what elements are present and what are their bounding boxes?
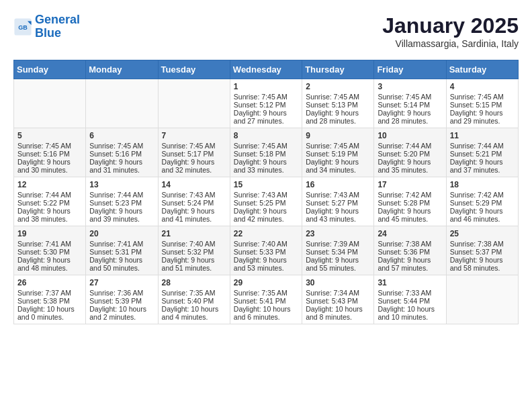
day-info-line: Sunset: 5:36 PM bbox=[378, 248, 442, 256]
logo-general: General bbox=[35, 13, 80, 26]
day-info-line: Sunrise: 7:39 AM bbox=[306, 240, 370, 248]
day-info-line: Sunrise: 7:45 AM bbox=[306, 93, 370, 101]
calendar-day-cell: 19Sunrise: 7:41 AMSunset: 5:30 PMDayligh… bbox=[14, 226, 86, 275]
day-info-line: Sunrise: 7:37 AM bbox=[17, 289, 82, 297]
day-number: 7 bbox=[162, 131, 226, 140]
day-number: 11 bbox=[450, 131, 515, 140]
day-info-line: Sunrise: 7:45 AM bbox=[89, 142, 154, 150]
empty-cell bbox=[86, 79, 158, 128]
day-number: 20 bbox=[89, 229, 154, 238]
title-block: January 2025 Villamassargia, Sardinia, I… bbox=[382, 13, 519, 49]
day-info-line: Daylight: 9 hours and 38 minutes. bbox=[17, 207, 82, 223]
day-info-line: Sunset: 5:14 PM bbox=[378, 101, 442, 109]
calendar-week-row: 12Sunrise: 7:44 AMSunset: 5:22 PMDayligh… bbox=[14, 177, 519, 226]
day-number: 4 bbox=[450, 82, 515, 91]
day-info-line: Sunrise: 7:45 AM bbox=[378, 93, 442, 101]
calendar-day-cell: 8Sunrise: 7:45 AMSunset: 5:18 PMDaylight… bbox=[230, 128, 302, 177]
calendar-day-cell: 29Sunrise: 7:35 AMSunset: 5:41 PMDayligh… bbox=[230, 275, 302, 324]
calendar-day-cell: 18Sunrise: 7:42 AMSunset: 5:29 PMDayligh… bbox=[446, 177, 518, 226]
calendar-day-cell: 12Sunrise: 7:44 AMSunset: 5:22 PMDayligh… bbox=[14, 177, 86, 226]
day-info-line: Sunrise: 7:33 AM bbox=[378, 289, 442, 297]
day-number: 12 bbox=[17, 180, 82, 189]
calendar-day-cell: 6Sunrise: 7:45 AMSunset: 5:16 PMDaylight… bbox=[86, 128, 158, 177]
svg-text:GB: GB bbox=[18, 24, 28, 31]
day-info-line: Sunrise: 7:38 AM bbox=[450, 240, 515, 248]
day-info-line: Sunset: 5:13 PM bbox=[306, 101, 370, 109]
day-info-line: Sunset: 5:24 PM bbox=[162, 199, 226, 207]
calendar-table: SundayMondayTuesdayWednesdayThursdayFrid… bbox=[13, 60, 519, 324]
day-info-line: Sunrise: 7:40 AM bbox=[162, 240, 226, 248]
day-number: 29 bbox=[234, 278, 298, 287]
weekday-header: Tuesday bbox=[158, 60, 230, 79]
day-info-line: Sunrise: 7:44 AM bbox=[89, 191, 154, 199]
day-info-line: Daylight: 9 hours and 48 minutes. bbox=[17, 256, 82, 272]
location-subtitle: Villamassargia, Sardinia, Italy bbox=[382, 38, 519, 49]
day-info-line: Sunrise: 7:45 AM bbox=[162, 142, 226, 150]
day-info-line: Daylight: 10 hours and 4 minutes. bbox=[162, 305, 226, 321]
calendar-week-row: 5Sunrise: 7:45 AMSunset: 5:16 PMDaylight… bbox=[14, 128, 519, 177]
day-info-line: Daylight: 9 hours and 37 minutes. bbox=[450, 158, 515, 174]
day-number: 27 bbox=[89, 278, 154, 287]
day-info-line: Daylight: 9 hours and 31 minutes. bbox=[89, 158, 154, 174]
calendar-week-row: 1Sunrise: 7:45 AMSunset: 5:12 PMDaylight… bbox=[14, 79, 519, 128]
weekday-header: Sunday bbox=[14, 60, 86, 79]
calendar-week-row: 19Sunrise: 7:41 AMSunset: 5:30 PMDayligh… bbox=[14, 226, 519, 275]
day-info-line: Sunset: 5:39 PM bbox=[89, 297, 154, 305]
day-info-line: Daylight: 10 hours and 6 minutes. bbox=[234, 305, 298, 321]
day-info-line: Daylight: 10 hours and 10 minutes. bbox=[378, 305, 442, 321]
calendar-day-cell: 7Sunrise: 7:45 AMSunset: 5:17 PMDaylight… bbox=[158, 128, 230, 177]
day-number: 17 bbox=[378, 180, 442, 189]
calendar-day-cell: 23Sunrise: 7:39 AMSunset: 5:34 PMDayligh… bbox=[302, 226, 374, 275]
day-number: 19 bbox=[17, 229, 82, 238]
calendar-day-cell: 21Sunrise: 7:40 AMSunset: 5:32 PMDayligh… bbox=[158, 226, 230, 275]
day-info-line: Sunset: 5:38 PM bbox=[17, 297, 82, 305]
calendar-day-cell: 26Sunrise: 7:37 AMSunset: 5:38 PMDayligh… bbox=[14, 275, 86, 324]
day-info-line: Sunset: 5:33 PM bbox=[234, 248, 298, 256]
day-number: 5 bbox=[17, 131, 82, 140]
day-info-line: Sunset: 5:20 PM bbox=[378, 150, 442, 158]
day-info-line: Daylight: 9 hours and 28 minutes. bbox=[306, 109, 370, 125]
day-info-line: Sunrise: 7:42 AM bbox=[450, 191, 515, 199]
calendar-day-cell: 5Sunrise: 7:45 AMSunset: 5:16 PMDaylight… bbox=[14, 128, 86, 177]
day-info-line: Sunrise: 7:36 AM bbox=[89, 289, 154, 297]
day-info-line: Daylight: 9 hours and 42 minutes. bbox=[234, 207, 298, 223]
day-number: 18 bbox=[450, 180, 515, 189]
calendar-day-cell: 1Sunrise: 7:45 AMSunset: 5:12 PMDaylight… bbox=[230, 79, 302, 128]
day-info-line: Sunrise: 7:45 AM bbox=[234, 93, 298, 101]
logo: GB General Blue bbox=[13, 13, 80, 40]
calendar-day-cell: 27Sunrise: 7:36 AMSunset: 5:39 PMDayligh… bbox=[86, 275, 158, 324]
day-info-line: Sunrise: 7:44 AM bbox=[17, 191, 82, 199]
day-info-line: Daylight: 9 hours and 34 minutes. bbox=[306, 158, 370, 174]
day-info-line: Sunset: 5:19 PM bbox=[306, 150, 370, 158]
day-number: 9 bbox=[306, 131, 370, 140]
calendar-day-cell: 25Sunrise: 7:38 AMSunset: 5:37 PMDayligh… bbox=[446, 226, 518, 275]
day-info-line: Daylight: 10 hours and 2 minutes. bbox=[89, 305, 154, 321]
calendar-day-cell: 11Sunrise: 7:44 AMSunset: 5:21 PMDayligh… bbox=[446, 128, 518, 177]
weekday-header: Friday bbox=[374, 60, 446, 79]
day-info-line: Sunrise: 7:43 AM bbox=[162, 191, 226, 199]
day-info-line: Daylight: 9 hours and 43 minutes. bbox=[306, 207, 370, 223]
day-info-line: Sunrise: 7:45 AM bbox=[17, 142, 82, 150]
day-info-line: Sunset: 5:30 PM bbox=[17, 248, 82, 256]
calendar-day-cell: 24Sunrise: 7:38 AMSunset: 5:36 PMDayligh… bbox=[374, 226, 446, 275]
day-number: 26 bbox=[17, 278, 82, 287]
day-info-line: Sunrise: 7:35 AM bbox=[234, 289, 298, 297]
day-info-line: Daylight: 9 hours and 32 minutes. bbox=[162, 158, 226, 174]
day-info-line: Daylight: 9 hours and 27 minutes. bbox=[234, 109, 298, 125]
empty-cell bbox=[14, 79, 86, 128]
day-info-line: Sunrise: 7:40 AM bbox=[234, 240, 298, 248]
day-info-line: Sunrise: 7:41 AM bbox=[17, 240, 82, 248]
calendar-day-cell: 20Sunrise: 7:41 AMSunset: 5:31 PMDayligh… bbox=[86, 226, 158, 275]
day-info-line: Daylight: 9 hours and 58 minutes. bbox=[450, 256, 515, 272]
day-info-line: Daylight: 9 hours and 45 minutes. bbox=[378, 207, 442, 223]
logo-icon: GB bbox=[13, 17, 32, 36]
day-info-line: Sunset: 5:16 PM bbox=[89, 150, 154, 158]
calendar-day-cell: 28Sunrise: 7:35 AMSunset: 5:40 PMDayligh… bbox=[158, 275, 230, 324]
day-info-line: Daylight: 9 hours and 30 minutes. bbox=[17, 158, 82, 174]
empty-cell bbox=[158, 79, 230, 128]
calendar-day-cell: 9Sunrise: 7:45 AMSunset: 5:19 PMDaylight… bbox=[302, 128, 374, 177]
calendar-day-cell: 10Sunrise: 7:44 AMSunset: 5:20 PMDayligh… bbox=[374, 128, 446, 177]
day-info-line: Sunrise: 7:34 AM bbox=[306, 289, 370, 297]
day-info-line: Sunrise: 7:44 AM bbox=[450, 142, 515, 150]
day-number: 1 bbox=[234, 82, 298, 91]
